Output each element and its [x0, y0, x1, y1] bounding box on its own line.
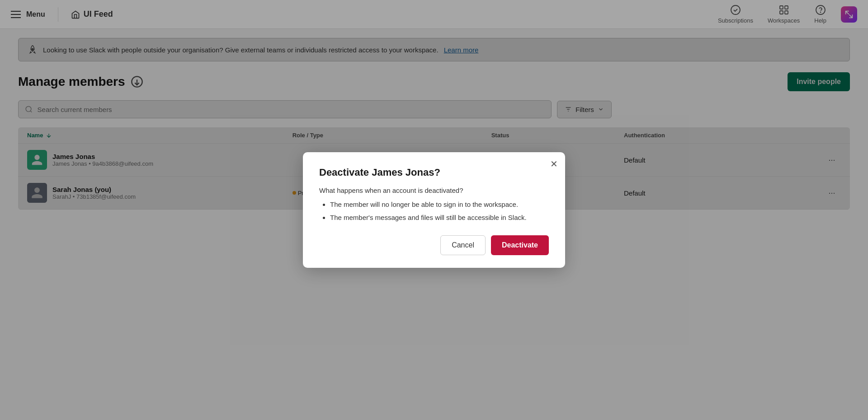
deactivate-modal: ✕ Deactivate James Jonas? What happens w…: [303, 152, 565, 268]
modal-actions: Cancel Deactivate: [319, 235, 549, 255]
deactivate-button[interactable]: Deactivate: [491, 235, 549, 255]
bullet-item-1: The member will no longer be able to sig…: [330, 200, 549, 210]
modal-overlay: ✕ Deactivate James Jonas? What happens w…: [0, 0, 868, 420]
bullet-item-2: The member's messages and files will sti…: [330, 213, 549, 223]
modal-subtitle: What happens when an account is deactiva…: [319, 187, 549, 194]
cancel-button[interactable]: Cancel: [440, 235, 486, 255]
modal-close-button[interactable]: ✕: [550, 159, 558, 168]
modal-bullet-list: The member will no longer be able to sig…: [319, 200, 549, 223]
modal-title: Deactivate James Jonas?: [319, 167, 549, 178]
